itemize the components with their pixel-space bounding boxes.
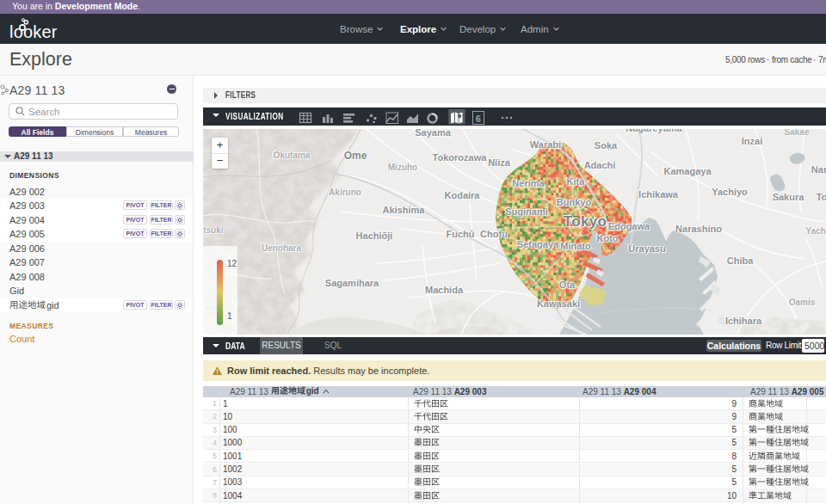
svg-text:6: 6 [476,114,482,124]
svg-text:looker: looker [9,22,58,41]
